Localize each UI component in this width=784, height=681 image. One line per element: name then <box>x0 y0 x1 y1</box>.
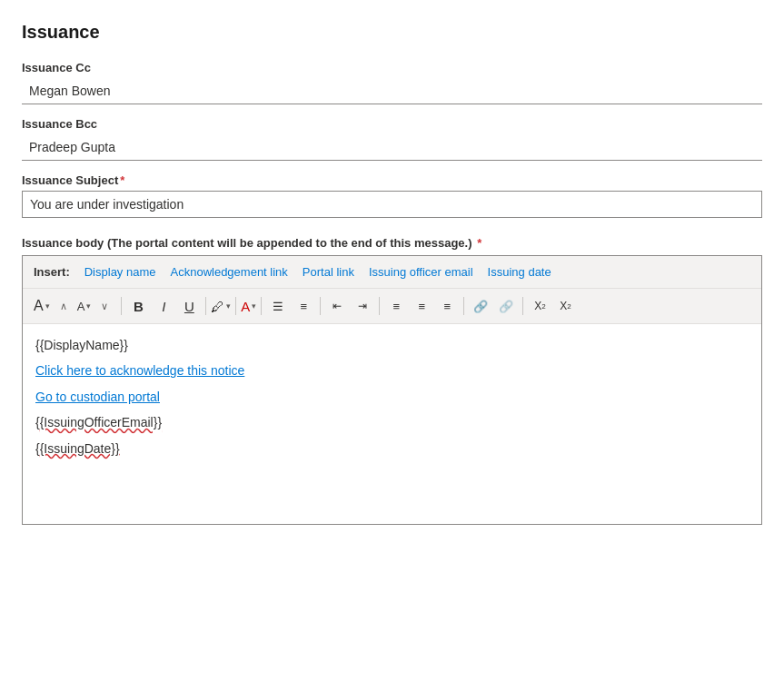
body-required-star: * <box>474 236 482 250</box>
bulleted-list-button[interactable]: ☰ <box>266 294 290 318</box>
bcc-label: Issuance Bcc <box>22 117 762 131</box>
insert-label: Insert: <box>34 265 70 279</box>
editor-body[interactable]: {{DisplayName}} Click here to acknowledg… <box>23 324 761 524</box>
font-size-large[interactable]: A ▾ <box>34 298 50 314</box>
formatting-toolbar: A ▾ ∧ A ▾ ∨ B I U 🖊 ▾ A ▾ ☰ ≡ ⇤ ⇥ <box>23 289 761 324</box>
required-star: * <box>120 173 124 187</box>
separator-2 <box>205 297 206 315</box>
subscript-button[interactable]: X2 <box>553 294 577 318</box>
indent-button[interactable]: ⇥ <box>351 294 374 318</box>
link-button[interactable]: 🔗 <box>469 294 492 318</box>
font-color-dropdown[interactable]: A ▾ <box>241 299 256 314</box>
portal-link-token[interactable]: Go to custodian portal <box>35 387 749 407</box>
page-title: Issuance <box>22 22 762 43</box>
separator-3 <box>235 297 236 315</box>
align-left-button[interactable]: ≡ <box>384 294 408 318</box>
subject-input[interactable] <box>30 197 754 212</box>
font-size-small-down[interactable]: ∨ <box>93 294 116 318</box>
italic-button[interactable]: I <box>152 294 175 318</box>
separator-7 <box>463 297 464 315</box>
issuing-date-token: {{IssuingDate}} <box>35 439 749 459</box>
insert-ack-link[interactable]: Acknowledgement link <box>165 263 293 281</box>
cc-input[interactable] <box>22 78 762 104</box>
font-size-large-up[interactable]: ∧ <box>52 294 75 318</box>
bold-button[interactable]: B <box>126 294 150 318</box>
separator-4 <box>261 297 262 315</box>
underline-button[interactable]: U <box>177 294 201 318</box>
insert-issuing-date[interactable]: Issuing date <box>482 263 557 281</box>
separator-5 <box>320 297 321 315</box>
insert-display-name[interactable]: Display name <box>79 263 162 281</box>
subject-label: Issuance Subject* <box>22 173 762 187</box>
superscript-button[interactable]: X2 <box>528 294 551 318</box>
highlight-dropdown[interactable]: 🖊 ▾ <box>211 299 231 314</box>
ack-link-token[interactable]: Click here to acknowledge this notice <box>35 360 749 380</box>
unlink-button[interactable]: 🔗 <box>494 294 518 318</box>
bcc-input[interactable] <box>22 134 762 161</box>
insert-toolbar: Insert: Display name Acknowledgement lin… <box>23 256 761 289</box>
body-label: Issuance body (The portal content will b… <box>22 236 762 250</box>
align-right-button[interactable]: ≡ <box>435 294 459 318</box>
subject-wrapper <box>22 191 762 218</box>
align-center-button[interactable]: ≡ <box>410 294 433 318</box>
insert-portal-link[interactable]: Portal link <box>297 263 360 281</box>
outdent-button[interactable]: ⇤ <box>325 294 349 318</box>
insert-officer-email[interactable]: Issuing officer email <box>363 263 479 281</box>
editor-container: Insert: Display name Acknowledgement lin… <box>22 255 762 525</box>
cc-label: Issuance Cc <box>22 61 762 74</box>
officer-email-token: {{IssuingOfficerEmail}} <box>35 412 749 432</box>
separator-8 <box>522 297 523 315</box>
font-size-small[interactable]: A ▾ <box>77 300 92 313</box>
separator-1 <box>121 297 122 315</box>
numbered-list-button[interactable]: ≡ <box>292 294 315 318</box>
display-name-token: {{DisplayName}} <box>35 335 749 355</box>
separator-6 <box>379 297 380 315</box>
